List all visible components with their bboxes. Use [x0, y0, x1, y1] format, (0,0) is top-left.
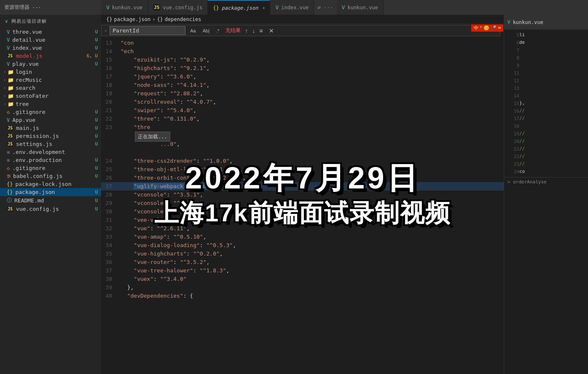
sidebar-item-package-json[interactable]: {} package.json U: [0, 188, 101, 196]
tab-label: index.vue: [281, 5, 309, 11]
sidebar-item-recmusic[interactable]: › 📁 recMusic: [0, 76, 101, 84]
code-line: 23 "thre 正在加载... ...0",: [101, 123, 504, 157]
tab-kunkun-vue-2[interactable]: V kunkun.vue: [337, 0, 384, 15]
js-file-icon: JS: [7, 134, 13, 138]
resource-manager-label: 资源管理器: [4, 4, 30, 11]
filename: .gitignore: [12, 109, 45, 115]
file-badge: U: [95, 157, 98, 163]
ime-indicator: 中 ° 😊 🎤 ⌨: [471, 24, 503, 32]
find-navigation: ↑ ↓ ≡: [243, 27, 264, 34]
sidebar-item-babel-config[interactable]: 𝔅 babel.config.js U: [0, 172, 101, 180]
right-code-line: 6 de: [504, 39, 588, 46]
tab-package-json[interactable]: {} package.json ✕: [208, 0, 270, 15]
folder-name: recMusic: [16, 77, 42, 83]
sidebar-header-area: 资源管理器 ···: [0, 4, 101, 11]
sidebar-item-three-vue[interactable]: V three.vue U: [0, 28, 101, 36]
match-case-button[interactable]: Aa: [188, 27, 198, 34]
filename: package-lock.json: [15, 181, 71, 187]
file-badge: U: [95, 117, 98, 123]
file-badge: U: [95, 173, 98, 179]
loading-indicator: 正在加载...: [135, 132, 170, 142]
find-list-button[interactable]: ≡: [258, 27, 264, 34]
filename: index.vue: [12, 45, 42, 51]
readme-icon: ⓘ: [7, 197, 12, 204]
sidebar-item-model-js[interactable]: JS model.js 6, U: [0, 52, 101, 60]
breadcrumb-file-name: package.json: [114, 16, 150, 22]
babel-icon: 𝔅: [7, 173, 11, 179]
tab-label: package.json: [222, 5, 258, 11]
tab-vue-config-js[interactable]: JS vue.config.js: [148, 0, 208, 15]
find-input[interactable]: [110, 26, 185, 35]
more-icon[interactable]: ···: [32, 5, 41, 11]
more-tabs-icon[interactable]: ···: [323, 4, 333, 11]
right-code-line: 24 co: [504, 168, 588, 175]
tab-close-button[interactable]: ✕: [262, 5, 265, 10]
code-editor[interactable]: 13 "con 14 "ech 15 "ezuikit-js": "^0.2.9…: [101, 37, 504, 374]
sidebar-item-vue-config[interactable]: JS vue.config.js U: [0, 205, 101, 213]
find-close-button[interactable]: ✕: [269, 27, 274, 34]
find-prev-button[interactable]: ↑: [243, 27, 250, 34]
filename: main.js: [16, 125, 39, 131]
sidebar-item-main-js[interactable]: JS main.js U: [0, 124, 101, 132]
right-code-line: 16 //: [504, 107, 588, 115]
project-name: 网易云项目讲解: [11, 19, 47, 24]
code-line: 19 "request": "^2.88.2",: [101, 89, 504, 98]
code-line: 14 "ech: [101, 47, 504, 56]
sidebar-item-gitignore2[interactable]: ◇ .gitignore U: [0, 164, 101, 172]
file-badge: U: [95, 29, 98, 35]
sidebar-item-settings-js[interactable]: JS settings.js U: [0, 140, 101, 148]
right-code-line: 8: [504, 54, 588, 62]
filename: .gitignore: [12, 165, 45, 171]
ime-icon-4: ⌨: [498, 25, 501, 31]
vue-file-icon: V: [7, 61, 10, 67]
sidebar-item-package-lock[interactable]: {} package-lock.json: [0, 180, 101, 188]
sidebar-item-readme[interactable]: ⓘ README.md U: [0, 196, 101, 205]
whole-word-button[interactable]: Ab|: [201, 27, 212, 34]
sidebar-item-env-prod[interactable]: ≡ .env.production U: [0, 156, 101, 164]
file-badge: U: [95, 133, 98, 139]
sidebar-item-play-vue[interactable]: V play.vue U: [0, 60, 101, 68]
js-file-icon: JS: [7, 54, 13, 58]
sidebar-item-env-dev[interactable]: ≡ .env.development: [0, 148, 101, 156]
folder-name: sontoFater: [16, 93, 48, 99]
tabs-area: V kunkun.vue JS vue.config.js {} package…: [101, 0, 588, 15]
sidebar-item-app-vue[interactable]: V App.vue U: [0, 116, 101, 124]
sidebar-item-permission-js[interactable]: JS permission.js U: [0, 132, 101, 140]
tab-index-vue[interactable]: V index.vue: [270, 0, 314, 15]
file-badge: U: [95, 198, 98, 203]
vue-file-icon: V: [7, 45, 10, 51]
right-code-line: 14: [504, 92, 588, 100]
sidebar-item-gitignore[interactable]: ◇ .gitignore U: [0, 108, 101, 116]
right-code-line: 19 //: [504, 130, 588, 137]
sidebar-item-detail-vue[interactable]: V detail.vue U: [0, 36, 101, 44]
file-badge: U: [95, 206, 98, 212]
regex-button[interactable]: .*: [214, 27, 221, 34]
breadcrumb: {} package.json › {} dependencies: [101, 15, 504, 24]
filename: three.vue: [12, 29, 42, 35]
tab-kunkun-vue-1[interactable]: V kunkun.vue: [101, 0, 148, 15]
filename: model.js: [16, 53, 43, 59]
compare-icon[interactable]: ⇄: [317, 4, 321, 11]
sidebar-item-search[interactable]: › 📁 search: [0, 84, 101, 92]
right-code-line: 17 //: [504, 115, 588, 122]
vue-icon: V: [507, 19, 510, 25]
file-badge: U: [95, 45, 98, 51]
code-line: 15 "ezuikit-js": "^0.2.9",: [101, 56, 504, 64]
right-code-line: 21 //: [504, 145, 588, 153]
right-code-line: 22 //: [504, 153, 588, 160]
right-panel-tab[interactable]: V kunkun.vue: [504, 15, 588, 30]
sidebar-item-login[interactable]: › 📁 login: [0, 68, 101, 76]
folder-icon: 📁: [8, 69, 14, 75]
right-code-line: 5 li: [504, 31, 588, 39]
tab-actions[interactable]: ⇄ ···: [314, 0, 336, 15]
find-next-button[interactable]: ↓: [250, 27, 257, 34]
sidebar-item-sontofater[interactable]: › 📁 sontoFater: [0, 92, 101, 100]
vue-file-icon: V: [7, 29, 10, 35]
chevron-right-icon: ›: [3, 94, 6, 98]
sidebar-item-tree[interactable]: › 📁 tree: [0, 100, 101, 108]
js-file-icon: JS: [7, 142, 13, 146]
find-expand-icon[interactable]: ›: [104, 28, 107, 34]
sidebar-item-index-vue[interactable]: V index.vue U: [0, 44, 101, 52]
code-line: 26 "three-orbit-controls": "^82.1.0",: [101, 174, 504, 182]
filename: settings.js: [16, 141, 52, 147]
